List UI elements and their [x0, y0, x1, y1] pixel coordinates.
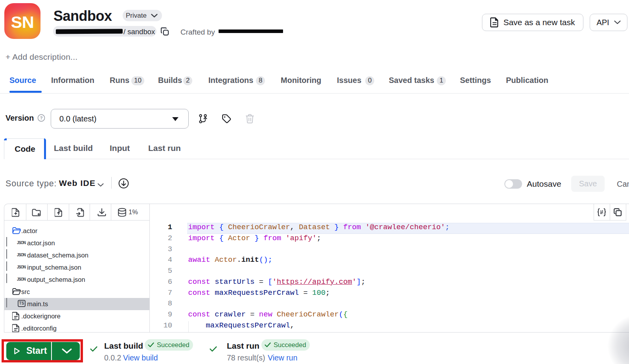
- svg-text:?: ?: [40, 116, 43, 120]
